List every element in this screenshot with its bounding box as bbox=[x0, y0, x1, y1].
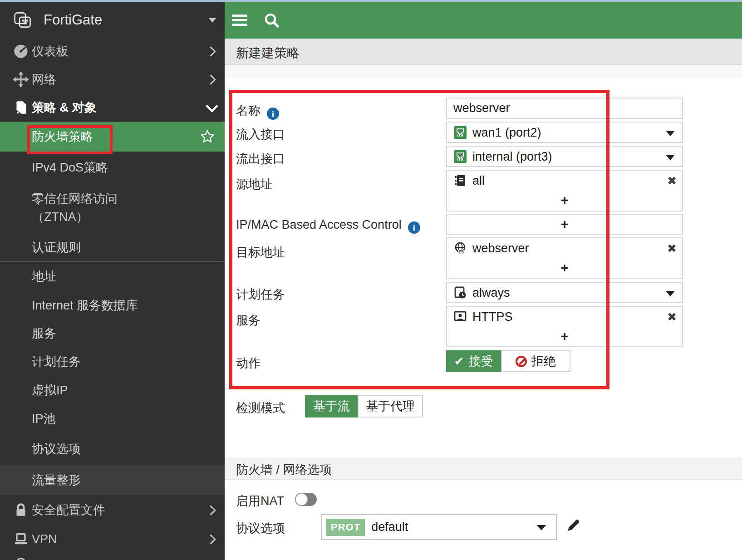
sidebar-item-label: 认证规则 bbox=[32, 239, 81, 255]
nat-toggle[interactable] bbox=[295, 493, 317, 506]
outgoing-interface-select[interactable]: internal (port3) bbox=[446, 146, 683, 167]
gauge-icon bbox=[12, 42, 30, 60]
main-content: 新建建策略 名称i 流入接口 流出接口 源地址 IP/MAC Based Acc… bbox=[225, 0, 742, 560]
service-field: HTTPS ✖ + bbox=[446, 306, 683, 347]
outgoing-interface-value: internal (port3) bbox=[472, 150, 552, 164]
sidebar-item-label: 地址 bbox=[32, 268, 56, 285]
page-background-strip bbox=[225, 65, 742, 78]
top-toolbar bbox=[225, 2, 742, 39]
sidebar-item-label: Internet 服务数据库 bbox=[32, 297, 138, 314]
sidebar-item-dashboard[interactable]: 仪表板 bbox=[0, 37, 225, 65]
add-ipmac-button[interactable]: + bbox=[560, 217, 569, 231]
name-field bbox=[446, 98, 683, 119]
toggle-knob-icon bbox=[295, 493, 308, 506]
sidebar-item-label: 网络 bbox=[32, 71, 56, 88]
dropdown-caret-icon bbox=[666, 131, 675, 136]
inspection-flow-button[interactable]: 基于流 bbox=[305, 395, 358, 418]
info-icon[interactable]: i bbox=[408, 221, 420, 234]
sidebar-item-security-profiles[interactable]: 安全配置文件 bbox=[0, 495, 225, 526]
source-address-entry[interactable]: all ✖ bbox=[447, 171, 682, 191]
destination-field: webserver ✖ + bbox=[446, 237, 683, 279]
dropdown-caret-icon bbox=[666, 155, 675, 160]
source-label: 源地址 bbox=[236, 176, 273, 192]
outgoing-interface-label: 流出接口 bbox=[236, 151, 285, 167]
action-label: 动作 bbox=[236, 355, 260, 371]
fortigate-app: FortiGate 仪表板 网络 bbox=[0, 0, 742, 560]
remove-destination-icon[interactable]: ✖ bbox=[667, 242, 677, 255]
lock-icon bbox=[12, 501, 30, 519]
sidebar-item-addresses[interactable]: 地址 bbox=[0, 262, 225, 291]
remove-source-icon[interactable]: ✖ bbox=[667, 174, 677, 187]
sidebar-item-label: 服务 bbox=[32, 325, 56, 342]
sidebar: FortiGate 仪表板 网络 bbox=[0, 0, 225, 560]
add-service-button[interactable]: + bbox=[560, 329, 569, 343]
globe-address-icon bbox=[453, 241, 467, 255]
device-switch-caret-icon bbox=[208, 18, 216, 23]
name-input[interactable] bbox=[447, 98, 682, 118]
prohibition-icon bbox=[516, 356, 527, 367]
incoming-interface-select[interactable]: wan1 (port2) bbox=[446, 122, 683, 143]
page-title-bar: 新建建策略 bbox=[225, 39, 742, 65]
sidebar-item-policy-objects[interactable]: 策略 & 对象 bbox=[0, 93, 225, 122]
sidebar-item-network[interactable]: 网络 bbox=[0, 65, 225, 93]
destination-entry[interactable]: webserver ✖ bbox=[447, 238, 682, 258]
sidebar-item-traffic-shaping[interactable]: 流量整形 bbox=[0, 465, 225, 495]
remove-service-icon[interactable]: ✖ bbox=[667, 310, 677, 323]
interface-port-icon bbox=[453, 150, 467, 163]
chevron-down-icon bbox=[206, 100, 218, 113]
add-destination-button[interactable]: + bbox=[560, 261, 569, 275]
sidebar-item-protocol-options[interactable]: 协议选项 bbox=[0, 433, 225, 465]
inspection-proxy-button[interactable]: 基于代理 bbox=[358, 395, 423, 418]
check-icon: ✔ bbox=[454, 354, 464, 368]
sidebar-item-vpn[interactable]: VPN bbox=[0, 526, 225, 553]
deny-label: 拒绝 bbox=[531, 353, 556, 369]
sidebar-item-partial bbox=[0, 553, 225, 560]
accept-button[interactable]: ✔ 接受 bbox=[446, 350, 501, 372]
sidebar-item-services[interactable]: 服务 bbox=[0, 319, 225, 348]
sidebar-item-label: VPN bbox=[32, 532, 57, 546]
sidebar-item-label: 安全配置文件 bbox=[32, 502, 105, 518]
sidebar-item-virtual-ips[interactable]: 虚拟IP bbox=[0, 376, 225, 404]
source-address-value: all bbox=[472, 174, 485, 188]
sidebar-item-ip-pools[interactable]: IP池 bbox=[0, 404, 225, 433]
hamburger-menu-icon[interactable] bbox=[232, 12, 248, 29]
move-arrows-icon bbox=[12, 70, 30, 88]
service-entry[interactable]: HTTPS ✖ bbox=[447, 307, 682, 327]
name-label: 名称i bbox=[236, 103, 279, 120]
fortigate-logo[interactable]: FortiGate bbox=[0, 2, 225, 37]
sidebar-item-ztna[interactable]: 零信任网络访问 （ZTNA） bbox=[0, 183, 225, 233]
destination-value: webserver bbox=[472, 241, 529, 255]
sidebar-item-label: 流量整形 bbox=[32, 472, 81, 488]
laptop-icon bbox=[12, 530, 30, 548]
star-favorite-icon[interactable] bbox=[198, 128, 216, 146]
deny-button[interactable]: 拒绝 bbox=[501, 350, 570, 372]
sidebar-item-internet-service-db[interactable]: Internet 服务数据库 bbox=[0, 291, 225, 319]
sidebar-item-label: 防火墙策略 bbox=[32, 128, 93, 145]
edit-pencil-icon[interactable] bbox=[566, 517, 581, 533]
sidebar-item-label: 虚拟IP bbox=[32, 382, 68, 398]
chevron-right-icon bbox=[205, 505, 216, 516]
sidebar-item-ipv4-dos-policy[interactable]: IPv4 DoS策略 bbox=[0, 152, 225, 183]
protocol-options-value: default bbox=[371, 520, 408, 534]
add-source-button[interactable]: + bbox=[560, 193, 569, 207]
user-icon bbox=[12, 555, 30, 560]
protocol-options-select[interactable]: PROT default bbox=[321, 514, 557, 540]
service-label: 服务 bbox=[236, 312, 260, 329]
info-icon[interactable]: i bbox=[267, 108, 279, 120]
schedule-select[interactable]: always bbox=[446, 282, 683, 303]
sidebar-item-schedules[interactable]: 计划任务 bbox=[0, 348, 225, 376]
fortigate-logo-label: FortiGate bbox=[44, 12, 102, 28]
nat-label: 启用NAT bbox=[236, 493, 284, 509]
sidebar-item-label: 策略 & 对象 bbox=[32, 99, 97, 116]
schedule-label: 计划任务 bbox=[236, 286, 285, 303]
chevron-right-icon bbox=[205, 46, 216, 57]
search-icon[interactable] bbox=[264, 12, 280, 29]
ipmac-label: IP/MAC Based Access Controli bbox=[236, 218, 420, 234]
destination-label: 目标地址 bbox=[236, 244, 285, 260]
chevron-right-icon bbox=[205, 534, 216, 545]
sidebar-item-firewall-policy[interactable]: 防火墙策略 bbox=[0, 122, 225, 152]
sidebar-item-label: 仪表板 bbox=[32, 43, 69, 59]
sidebar-item-auth-rules[interactable]: 认证规则 bbox=[0, 233, 225, 262]
schedule-clock-icon bbox=[453, 286, 467, 300]
network-options-section-header: 防火墙 / 网络选项 bbox=[225, 457, 742, 480]
